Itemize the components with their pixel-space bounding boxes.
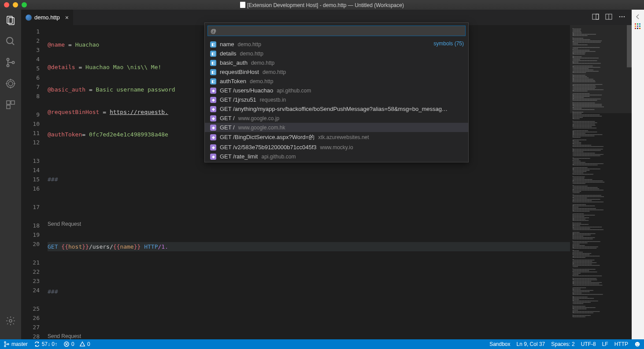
settings-icon[interactable] (4, 315, 17, 327)
field-symbol-icon: ◧ (210, 51, 216, 57)
svg-line-3 (12, 43, 14, 45)
titlebar: [Extension Development Host] - demo.http… (0, 0, 644, 10)
status-bar: master 57↓ 0↑ 0 0 Sandbox Ln 9, Col 37 S… (0, 339, 644, 349)
quick-open-item[interactable]: ◆GET /v2/583e75b9120000b71cc045f3www.moc… (205, 143, 468, 152)
quick-open-item-label: authToken (220, 78, 246, 84)
debug-icon[interactable] (4, 77, 17, 90)
cursor-position-status[interactable]: Ln 9, Col 37 (517, 341, 545, 347)
quick-open-item-sublabel: demo.http (250, 78, 273, 84)
split-editor-icon[interactable] (592, 13, 599, 22)
quick-open-item-label: GET /anything/myapp-srv/backoffice/boSen… (220, 106, 448, 112)
minimize-window-button[interactable] (13, 2, 18, 7)
codelens-send-request[interactable]: Send Request (48, 220, 570, 229)
quick-open-item-sublabel: demo.http (238, 41, 261, 48)
quick-open-item[interactable]: ◧detailsdemo.http (205, 49, 468, 58)
quick-open-item-label: GET / (220, 115, 235, 121)
svg-point-2 (7, 37, 13, 44)
tab-label: demo.http (34, 14, 60, 21)
editor-area: demo.http × 12345678 9101112 13141516 17… (21, 10, 632, 339)
quick-open-item-label: GET /rate_limit (220, 153, 258, 160)
quick-open-item[interactable]: ◧namedemo.http (205, 40, 468, 49)
quick-open-item[interactable]: ◆GET /anything/myapp-srv/backoffice/boSe… (205, 104, 468, 114)
method-symbol-icon: ◆ (210, 134, 216, 140)
line-gutter: 12345678 9101112 13141516 17 181920 2122… (21, 25, 48, 339)
method-symbol-icon: ◆ (210, 125, 216, 131)
quick-open-item[interactable]: ◆GET /www.google.com.hk (205, 123, 468, 132)
svg-rect-31 (637, 28, 638, 29)
quick-open-item-sublabel: api.github.com (261, 154, 296, 160)
layout-icon[interactable] (605, 13, 612, 22)
quick-open-item-sublabel: www.google.co.jp (238, 115, 279, 121)
encoding-status[interactable]: UTF-8 (581, 341, 596, 347)
extensions-icon[interactable] (4, 99, 17, 111)
svg-point-6 (12, 62, 15, 64)
svg-rect-14 (11, 101, 15, 104)
field-symbol-icon: ◧ (210, 60, 216, 66)
quick-open-item[interactable]: ◧requestBinHostdemo.http (205, 67, 468, 77)
problems-status[interactable]: 0 0 (63, 341, 90, 347)
method-symbol-icon: ◆ (210, 106, 216, 112)
quick-open-item[interactable]: ◆GET /users/Huachaoapi.github.com (205, 86, 468, 95)
quick-open-item[interactable]: ◆GET /1jrszu51requestb.in (205, 95, 468, 104)
field-symbol-icon: ◧ (210, 41, 216, 48)
svg-rect-17 (592, 14, 599, 19)
method-symbol-icon: ◆ (210, 144, 216, 151)
sandbox-status[interactable]: Sandbox (489, 341, 510, 347)
tab-demo-http[interactable]: demo.http × (21, 10, 73, 25)
search-icon[interactable] (4, 35, 17, 48)
quick-open-item[interactable]: ◆GET /rate_limitapi.github.com (205, 152, 468, 161)
window-title: [Extension Development Host] - demo.http… (0, 2, 644, 8)
method-symbol-icon: ◆ (210, 88, 216, 94)
close-tab-icon[interactable]: × (65, 14, 69, 21)
indentation-status[interactable]: Spaces: 2 (551, 341, 574, 347)
svg-point-16 (9, 320, 12, 322)
quick-open-item-sublabel: demo.http (251, 60, 274, 66)
editor-actions (592, 10, 632, 25)
quick-open-item-label: details (220, 50, 237, 57)
maximize-window-button[interactable] (22, 2, 27, 7)
quick-open-item-sublabel: api.github.com (277, 88, 311, 94)
svg-point-34 (4, 345, 6, 347)
back-arrow-icon[interactable] (634, 13, 641, 20)
svg-point-40 (637, 343, 637, 344)
git-branch-status[interactable]: master (4, 341, 28, 347)
git-sync-status[interactable]: 57↓ 0↑ (34, 341, 57, 347)
method-symbol-icon: ◆ (210, 115, 216, 121)
quick-open-item-sublabel: www.mocky.io (320, 144, 353, 151)
minimap-slider[interactable] (570, 25, 632, 113)
method-symbol-icon: ◆ (210, 97, 216, 103)
eol-status[interactable]: LF (602, 341, 608, 347)
quick-open-item[interactable]: ◧basic_authdemo.http (205, 58, 468, 67)
language-mode-status[interactable]: HTTP (614, 341, 628, 347)
apps-grid-icon[interactable] (634, 23, 641, 30)
feedback-icon[interactable] (634, 341, 640, 347)
quick-open-item-label: GET /1jrszu51 (220, 96, 256, 103)
quick-open-item[interactable]: ◧authTokendemo.http (205, 77, 468, 86)
field-symbol-icon: ◧ (210, 78, 216, 84)
quick-open-input[interactable] (207, 26, 466, 36)
file-icon (240, 2, 245, 8)
scrollbar-thumb[interactable] (627, 25, 632, 67)
svg-rect-30 (635, 28, 636, 29)
minimap[interactable]: █▄▄▄▄▄▄▄▄▄▄▄▄▄▄▄▄▄▄▄▄▄▄▄▄▄▄▄▄▄▄▄▄▄▄▄▄▄▄▄… (570, 25, 632, 339)
codelens-send-request[interactable]: Send Request (48, 332, 570, 339)
svg-rect-13 (7, 101, 10, 104)
svg-rect-27 (635, 26, 636, 27)
quick-open-item[interactable]: ◆GET /www.google.co.jp (205, 114, 468, 123)
quick-open-list: symbols (75) ◧namedemo.http◧detailsdemo.… (205, 39, 468, 162)
svg-rect-32 (639, 28, 640, 29)
svg-point-23 (624, 16, 625, 17)
svg-rect-18 (596, 14, 599, 19)
explorer-icon[interactable] (4, 14, 17, 26)
close-window-button[interactable] (4, 2, 9, 7)
quick-open-item-label: requestBinHost (220, 69, 259, 75)
quick-open-item[interactable]: ◆GET /BingDictService.aspx?Word=的xtk.azu… (205, 132, 468, 143)
method-symbol-icon: ◆ (210, 154, 216, 160)
field-symbol-icon: ◧ (210, 69, 216, 75)
quick-open-item-label: name (220, 41, 234, 48)
svg-point-7 (7, 80, 15, 88)
more-actions-icon[interactable] (618, 13, 625, 22)
activity-bar (0, 10, 21, 339)
quick-open-item-sublabel: requestb.in (260, 97, 286, 103)
source-control-icon[interactable] (4, 56, 17, 69)
